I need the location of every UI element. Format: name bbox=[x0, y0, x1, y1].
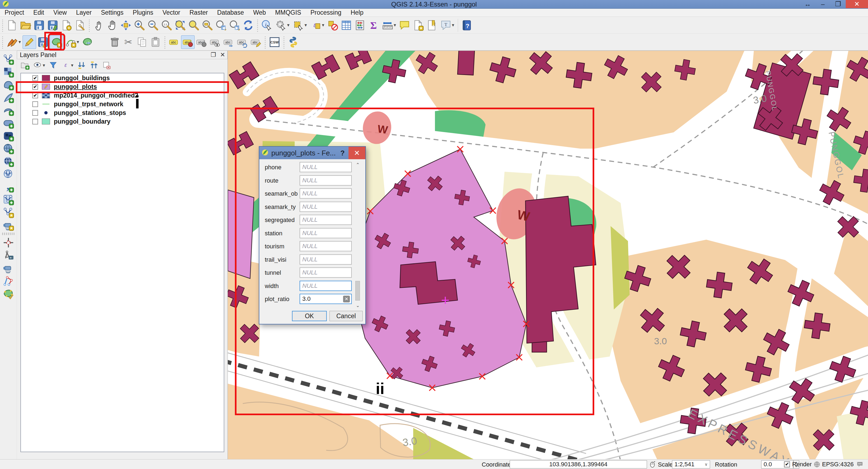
paste-features-button[interactable] bbox=[149, 35, 162, 49]
coordinate-input[interactable]: 103.901386,1.399464 bbox=[510, 460, 647, 468]
zoom-to-layer-button[interactable] bbox=[200, 19, 214, 32]
menu-help[interactable]: Help bbox=[346, 9, 368, 17]
open-attribute-table-button[interactable] bbox=[340, 19, 353, 32]
save-project-as-button[interactable] bbox=[46, 19, 60, 32]
dialog-help-button[interactable]: ? bbox=[337, 149, 348, 157]
menu-raster[interactable]: Raster bbox=[185, 9, 213, 17]
topology-checker-button[interactable] bbox=[2, 275, 15, 287]
current-edits-button[interactable] bbox=[5, 35, 23, 49]
add-wcs-layer-button[interactable] bbox=[2, 155, 15, 168]
add-mssql-layer-button[interactable] bbox=[2, 104, 15, 117]
add-db2-layer-button[interactable] bbox=[2, 129, 15, 142]
copy-features-button[interactable] bbox=[135, 35, 149, 49]
zoom-to-selection-button[interactable] bbox=[187, 19, 200, 32]
text-annotation-button[interactable]: T bbox=[438, 19, 456, 32]
remove-layer-button[interactable] bbox=[101, 60, 113, 71]
gps-information-button[interactable] bbox=[2, 236, 15, 249]
deselect-all-button[interactable] bbox=[326, 19, 340, 32]
new-composer-button[interactable]: ✶ bbox=[60, 19, 73, 32]
layer-item-punggol_trpst_network[interactable]: punggol_trpst_network bbox=[21, 100, 224, 108]
render-checkbox[interactable]: ✔ bbox=[784, 461, 790, 467]
statistical-summary-button[interactable] bbox=[353, 19, 367, 32]
menu-vector[interactable]: Vector bbox=[158, 9, 185, 17]
zoom-native-button[interactable]: 1:1 bbox=[160, 19, 174, 32]
zoom-in-button[interactable] bbox=[133, 19, 146, 32]
toolbar-handle[interactable] bbox=[256, 19, 259, 32]
messages-icon[interactable] bbox=[856, 461, 863, 469]
move-label-button[interactable]: abc bbox=[222, 35, 236, 49]
menu-processing[interactable]: Processing bbox=[306, 9, 346, 17]
map-tips-button[interactable] bbox=[398, 19, 411, 32]
menu-layer[interactable]: Layer bbox=[71, 9, 96, 17]
identify-features-button[interactable]: i bbox=[260, 19, 274, 32]
expand-all-button[interactable] bbox=[75, 60, 88, 71]
select-by-expression-button[interactable]: ε bbox=[309, 19, 326, 32]
pan-to-selection-button[interactable] bbox=[119, 19, 133, 32]
new-project-button[interactable] bbox=[5, 19, 19, 32]
field-input-phone[interactable] bbox=[300, 162, 352, 172]
menu-database[interactable]: Database bbox=[213, 9, 248, 17]
field-input-seamark_ob[interactable] bbox=[300, 188, 352, 199]
field-input-tourism[interactable] bbox=[300, 241, 352, 251]
field-input-tunnel[interactable] bbox=[300, 268, 352, 278]
node-tool-button[interactable] bbox=[94, 35, 108, 49]
toolbar-handle[interactable] bbox=[283, 36, 285, 49]
cancel-button[interactable]: Cancel bbox=[330, 311, 363, 321]
menu-view[interactable]: View bbox=[49, 9, 71, 17]
change-label-button[interactable]: abc bbox=[249, 35, 262, 49]
dialog-title-bar[interactable]: punggol_plots - Fe... ? ✕ bbox=[259, 147, 365, 159]
scroll-up-icon[interactable]: ⌃ bbox=[355, 162, 361, 168]
save-project-button[interactable] bbox=[32, 19, 46, 32]
filter-legend-button[interactable] bbox=[47, 60, 59, 71]
touch-zoom-button[interactable] bbox=[92, 19, 105, 32]
crs-indicator[interactable]: EPSG:4326 bbox=[813, 461, 854, 468]
collapse-all-button[interactable] bbox=[88, 60, 100, 71]
window-close-button[interactable]: ✕ bbox=[846, 0, 868, 8]
csw-search-button[interactable]: CSW bbox=[268, 35, 281, 49]
scroll-down-icon[interactable]: ⌄ bbox=[355, 303, 361, 309]
zoom-next-button[interactable]: ▶ bbox=[228, 19, 241, 32]
layer-item-punggol_stations_stops[interactable]: punggol_stations_stops bbox=[21, 109, 224, 117]
toolbar-handle[interactable] bbox=[264, 36, 267, 49]
window-restore-button[interactable]: ❐ bbox=[831, 0, 846, 8]
field-input-width[interactable] bbox=[300, 281, 352, 291]
layer-item-mp2014_punggol_modified2[interactable]: ✔mp2014_punggol_modified2 bbox=[21, 91, 224, 99]
composer-manager-button[interactable] bbox=[73, 19, 87, 32]
pan-map-button[interactable] bbox=[105, 19, 119, 32]
add-raster-layer-button[interactable] bbox=[2, 65, 15, 78]
pin-labels-button[interactable]: abc bbox=[181, 35, 195, 49]
add-wfs-layer-button[interactable] bbox=[2, 168, 15, 181]
field-input-trail_visi[interactable] bbox=[300, 254, 352, 265]
menu-edit[interactable]: Edit bbox=[29, 9, 49, 17]
open-project-button[interactable] bbox=[19, 19, 32, 32]
menu-settings[interactable]: Settings bbox=[96, 9, 128, 17]
new-bookmark-button[interactable] bbox=[411, 19, 425, 32]
field-input-seamark_ty[interactable] bbox=[300, 201, 352, 212]
azimuth-distance-button[interactable]: ⇤ bbox=[2, 249, 15, 262]
rotate-label-button[interactable]: abc bbox=[236, 35, 249, 49]
panel-close-button[interactable]: ✕ bbox=[218, 51, 227, 59]
layer-checkbox[interactable] bbox=[32, 110, 38, 116]
add-vector-layer-button[interactable] bbox=[2, 53, 15, 65]
help-button[interactable]: ? bbox=[460, 19, 473, 32]
layer-item-punggol_boundary[interactable]: punggol_boundary bbox=[21, 117, 224, 126]
field-calculator-button[interactable]: Σ bbox=[367, 19, 380, 32]
clear-value-icon[interactable]: ✕ bbox=[343, 295, 350, 303]
save-layer-edits-button[interactable] bbox=[36, 35, 50, 49]
toolbar-handle[interactable] bbox=[164, 36, 166, 49]
dialog-close-button[interactable]: ✕ bbox=[348, 147, 365, 159]
add-feature-button[interactable] bbox=[50, 35, 63, 49]
highlight-pinned-labels-button[interactable]: abc bbox=[195, 35, 208, 49]
python-console-button[interactable] bbox=[286, 35, 300, 49]
layer-checkbox[interactable]: ✔ bbox=[32, 93, 38, 98]
add-virtual-layer-button[interactable] bbox=[2, 193, 15, 206]
toggle-editing-button[interactable] bbox=[23, 35, 36, 49]
refresh-map-button[interactable] bbox=[241, 19, 255, 32]
show-bookmarks-button[interactable] bbox=[425, 19, 438, 32]
scrollbar-thumb[interactable] bbox=[355, 281, 360, 301]
layer-checkbox[interactable]: ✔ bbox=[32, 84, 38, 90]
add-group-button[interactable] bbox=[19, 60, 31, 71]
scale-combo[interactable]: 1:2,541 ∨ bbox=[672, 460, 710, 468]
add-circular-string-button[interactable] bbox=[63, 35, 81, 49]
panel-float-button[interactable]: ❐ bbox=[209, 51, 218, 59]
